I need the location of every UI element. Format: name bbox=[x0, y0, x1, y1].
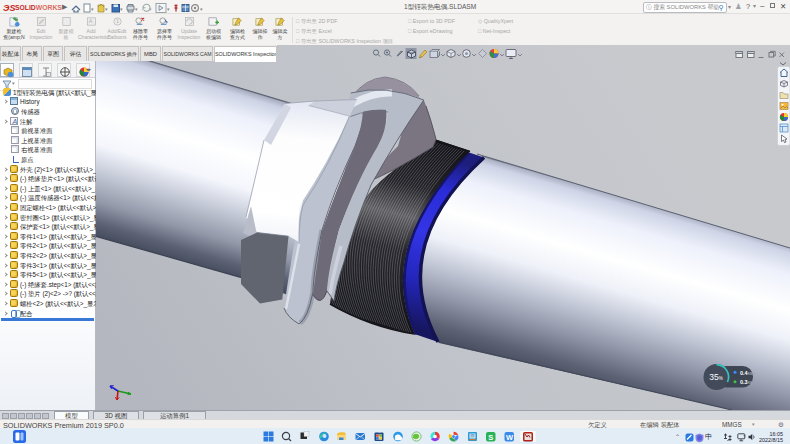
svg-text:W: W bbox=[506, 433, 514, 442]
svg-text:A: A bbox=[88, 18, 92, 24]
svg-text:SOLIDWORKS: SOLIDWORKS bbox=[15, 4, 62, 11]
svg-text:▾: ▾ bbox=[91, 6, 94, 12]
svg-text:▾: ▾ bbox=[149, 6, 152, 12]
svg-text:▾: ▾ bbox=[105, 6, 108, 12]
svg-text:S: S bbox=[488, 433, 493, 442]
svg-text:▾: ▾ bbox=[135, 6, 138, 12]
svg-text:▾: ▾ bbox=[120, 6, 123, 12]
svg-text:ЭS: ЭS bbox=[3, 3, 15, 13]
svg-text:?: ? bbox=[743, 434, 746, 439]
svg-text:▾: ▾ bbox=[200, 6, 203, 12]
svg-text:▾: ▾ bbox=[167, 6, 170, 12]
